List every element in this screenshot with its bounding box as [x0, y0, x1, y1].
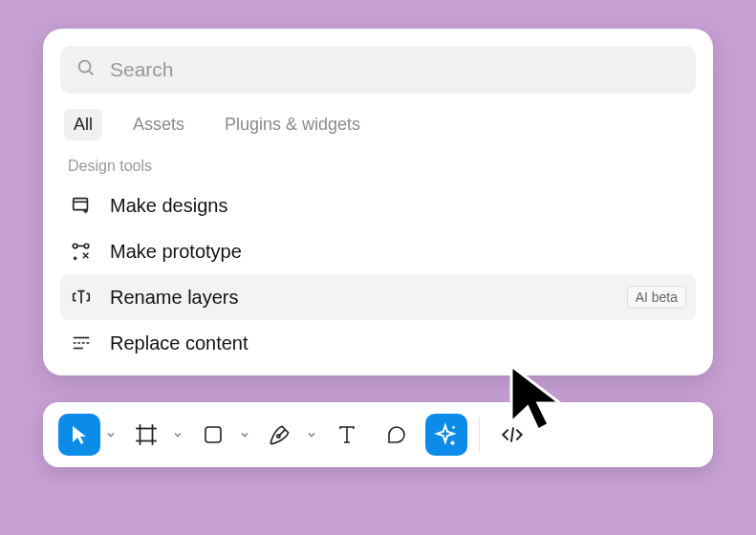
tool-group-shape [192, 414, 251, 456]
action-make-prototype[interactable]: Make prototype [60, 228, 696, 274]
svg-line-15 [278, 430, 285, 437]
action-label: Rename layers [110, 287, 610, 309]
make-prototype-icon [70, 240, 93, 263]
filter-tabs: All Assets Plugins & widgets [60, 109, 696, 140]
svg-point-16 [452, 426, 455, 429]
svg-rect-13 [205, 427, 221, 442]
rename-layers-icon [70, 286, 93, 309]
make-designs-icon [70, 194, 93, 217]
search-input[interactable] [110, 58, 680, 81]
svg-line-1 [89, 71, 93, 75]
actions-panel: All Assets Plugins & widgets Design tool… [43, 29, 713, 375]
action-label: Make prototype [110, 241, 686, 263]
chevron-down-icon[interactable] [305, 414, 318, 456]
svg-point-0 [79, 61, 91, 73]
toolbar-divider [479, 417, 480, 452]
svg-point-4 [73, 244, 77, 248]
text-tool-button[interactable] [326, 414, 368, 456]
search-icon [76, 57, 97, 82]
dev-mode-button[interactable] [491, 414, 533, 456]
svg-rect-2 [74, 199, 88, 210]
section-header: Design tools [60, 158, 696, 182]
action-label: Make designs [110, 195, 686, 217]
tool-group-pen [259, 414, 318, 456]
ai-tool-button[interactable] [425, 414, 467, 456]
move-tool-button[interactable] [58, 414, 100, 456]
comment-tool-button[interactable] [376, 414, 418, 456]
action-make-designs[interactable]: Make designs [60, 182, 696, 228]
replace-content-icon [70, 332, 93, 354]
chevron-down-icon[interactable] [238, 414, 251, 456]
pen-tool-button[interactable] [259, 414, 301, 456]
action-rename-layers[interactable]: Rename layers AI beta [60, 274, 696, 320]
frame-tool-button[interactable] [125, 414, 167, 456]
tool-group-move [58, 414, 118, 456]
tool-group-frame [125, 414, 184, 456]
search-bar[interactable] [60, 46, 696, 94]
action-label: Replace content [110, 332, 686, 354]
chevron-down-icon[interactable] [171, 414, 184, 456]
shape-tool-button[interactable] [192, 414, 234, 456]
tab-assets[interactable]: Assets [123, 109, 194, 140]
ai-beta-badge: AI beta [627, 286, 686, 309]
tab-all[interactable]: All [64, 109, 102, 140]
action-replace-content[interactable]: Replace content [60, 320, 696, 366]
toolbar [43, 402, 713, 467]
chevron-down-icon[interactable] [104, 414, 118, 456]
tab-plugins-widgets[interactable]: Plugins & widgets [215, 109, 370, 140]
svg-point-5 [84, 244, 89, 248]
